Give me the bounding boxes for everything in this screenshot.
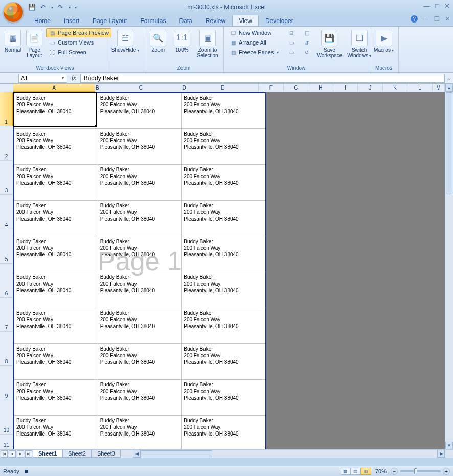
- horizontal-scrollbar[interactable]: ◀ ▶: [133, 449, 445, 458]
- zoom-button[interactable]: 🔍Zoom: [147, 28, 169, 54]
- zoom-out-button[interactable]: −: [391, 468, 398, 475]
- sheet-tab[interactable]: Sheet3: [92, 450, 121, 458]
- cell[interactable]: Buddy Baker 200 Falcon Way Pleasantville…: [182, 201, 265, 236]
- cell[interactable]: Buddy Baker 200 Falcon Way Pleasantville…: [14, 344, 98, 379]
- cell[interactable]: Buddy Baker 200 Falcon Way Pleasantville…: [182, 129, 265, 164]
- cell[interactable]: Buddy Baker 200 Falcon Way Pleasantville…: [182, 236, 265, 272]
- next-sheet-button[interactable]: ▸: [17, 450, 24, 458]
- column-header[interactable]: A: [13, 84, 95, 92]
- page-layout-button[interactable]: 📄Page Layout: [25, 28, 44, 60]
- cell[interactable]: Buddy Baker 200 Falcon Way Pleasantville…: [98, 272, 182, 308]
- row-header[interactable]: 4: [0, 195, 13, 229]
- column-header[interactable]: G: [284, 84, 309, 92]
- cell[interactable]: Buddy Baker 200 Falcon Way Pleasantville…: [14, 236, 98, 272]
- tab-formulas[interactable]: Formulas: [133, 15, 172, 26]
- mdi-minimize-button[interactable]: —: [423, 15, 429, 23]
- resize-grip[interactable]: [445, 449, 453, 458]
- scroll-up-icon[interactable]: ▲: [445, 84, 453, 92]
- cell[interactable]: Buddy Baker 200 Falcon Way Pleasantville…: [98, 344, 182, 379]
- column-header[interactable]: L: [407, 84, 433, 92]
- column-header[interactable]: I: [333, 84, 358, 92]
- row-header[interactable]: 6: [0, 264, 13, 298]
- cell[interactable]: Buddy Baker 200 Falcon Way Pleasantville…: [98, 236, 182, 272]
- zoom-in-button[interactable]: +: [443, 468, 450, 475]
- name-box[interactable]: A1▼: [18, 74, 67, 83]
- cell[interactable]: Buddy Baker 200 Falcon Way Pleasantville…: [98, 201, 182, 236]
- freeze-panes-button[interactable]: ▥Freeze Panes▾: [227, 48, 281, 57]
- cell[interactable]: Buddy Baker 200 Falcon Way Pleasantville…: [182, 344, 265, 379]
- cell[interactable]: Buddy Baker 200 Falcon Way Pleasantville…: [182, 272, 265, 308]
- normal-view-shortcut[interactable]: ▦: [341, 468, 351, 475]
- column-header[interactable]: H: [308, 84, 333, 92]
- arrange-all-button[interactable]: ▦Arrange All: [227, 38, 281, 47]
- column-header[interactable]: F: [259, 84, 284, 92]
- cell[interactable]: Buddy Baker 200 Falcon Way Pleasantville…: [182, 380, 265, 415]
- cell[interactable]: Buddy Baker 200 Falcon Way Pleasantville…: [14, 272, 98, 308]
- zoom-selection-button[interactable]: ▣Zoom to Selection: [195, 28, 220, 60]
- column-header[interactable]: K: [383, 84, 408, 92]
- macro-record-icon[interactable]: ⏺: [24, 468, 29, 474]
- sheet-tab[interactable]: Sheet2: [62, 450, 92, 458]
- row-header[interactable]: 9: [0, 366, 13, 400]
- show-hide-button[interactable]: ☱Show/Hide▾: [114, 28, 137, 54]
- scroll-left-icon[interactable]: ◀: [133, 450, 141, 458]
- vertical-scrollbar[interactable]: ▲ ▼: [445, 84, 453, 449]
- save-icon[interactable]: 💾: [28, 3, 36, 11]
- tab-view[interactable]: View: [232, 15, 259, 26]
- cell[interactable]: Buddy Baker 200 Falcon Way Pleasantville…: [14, 129, 98, 164]
- zoom-handle[interactable]: [414, 468, 417, 474]
- last-sheet-button[interactable]: ▸|: [25, 450, 32, 458]
- chevron-down-icon[interactable]: ▾: [69, 5, 71, 10]
- first-sheet-button[interactable]: |◂: [1, 450, 8, 458]
- formula-input[interactable]: Buddy Baker: [80, 74, 445, 83]
- row-header[interactable]: 5: [0, 229, 13, 264]
- grid[interactable]: Buddy Baker 200 Falcon Way Pleasantville…: [13, 92, 445, 449]
- custom-views-button[interactable]: ▭Custom Views: [46, 38, 111, 47]
- row-header[interactable]: 10: [0, 400, 13, 435]
- save-workspace-button[interactable]: 💾Save Workspace: [315, 28, 344, 60]
- sync-scroll-button[interactable]: ⇵: [301, 38, 313, 47]
- tab-page-layout[interactable]: Page Layout: [86, 15, 133, 26]
- side-by-side-button[interactable]: ◫: [301, 28, 313, 37]
- hide-button[interactable]: ▭: [285, 38, 298, 47]
- new-window-button[interactable]: ❐New Window: [227, 28, 281, 37]
- row-header[interactable]: 2: [0, 126, 13, 161]
- maximize-button[interactable]: □: [435, 2, 439, 10]
- cell[interactable]: Buddy Baker 200 Falcon Way Pleasantville…: [182, 308, 265, 343]
- cell[interactable]: Buddy Baker 200 Falcon Way Pleasantville…: [98, 93, 182, 128]
- cell[interactable]: Buddy Baker 200 Falcon Way Pleasantville…: [98, 308, 182, 343]
- row-header[interactable]: 8: [0, 332, 13, 366]
- cell[interactable]: Buddy Baker 200 Falcon Way Pleasantville…: [98, 165, 182, 200]
- page-layout-shortcut[interactable]: ▤: [351, 468, 361, 475]
- sheet-tab[interactable]: Sheet1: [33, 450, 62, 458]
- scroll-thumb[interactable]: [141, 450, 212, 457]
- row-header[interactable]: 3: [0, 161, 13, 195]
- undo-icon[interactable]: ↶: [39, 3, 47, 11]
- chevron-down-icon[interactable]: ▾: [51, 5, 53, 10]
- zoom-level[interactable]: 70%: [375, 468, 387, 474]
- help-icon[interactable]: ?: [411, 15, 418, 23]
- zoom-track[interactable]: [400, 470, 441, 472]
- fx-icon[interactable]: fx: [72, 74, 76, 82]
- column-header[interactable]: C: [100, 84, 182, 92]
- tab-insert[interactable]: Insert: [57, 15, 86, 26]
- row-header[interactable]: 1: [0, 92, 13, 126]
- qat-customize-icon[interactable]: ▾: [75, 5, 77, 10]
- row-header[interactable]: 11: [0, 435, 13, 449]
- reset-pos-button[interactable]: ↺: [301, 48, 313, 57]
- cell[interactable]: Buddy Baker 200 Falcon Way Pleasantville…: [14, 165, 98, 200]
- minimize-button[interactable]: —: [423, 2, 430, 10]
- tab-review[interactable]: Review: [199, 15, 232, 26]
- row-header[interactable]: 7: [0, 298, 13, 332]
- redo-icon[interactable]: ↷: [56, 3, 64, 11]
- unhide-button[interactable]: ▭: [285, 48, 298, 57]
- normal-view-button[interactable]: ▦Normal: [3, 28, 22, 54]
- cell[interactable]: Buddy Baker 200 Falcon Way Pleasantville…: [14, 380, 98, 415]
- cell[interactable]: Buddy Baker 200 Falcon Way Pleasantville…: [98, 380, 182, 415]
- split-button[interactable]: ⊟: [285, 28, 298, 37]
- office-button[interactable]: [3, 2, 24, 23]
- close-button[interactable]: ✕: [444, 2, 450, 10]
- cell[interactable]: Buddy Baker 200 Falcon Way Pleasantville…: [14, 416, 98, 449]
- page-break-shortcut[interactable]: ▥: [361, 468, 371, 475]
- tab-home[interactable]: Home: [28, 15, 57, 26]
